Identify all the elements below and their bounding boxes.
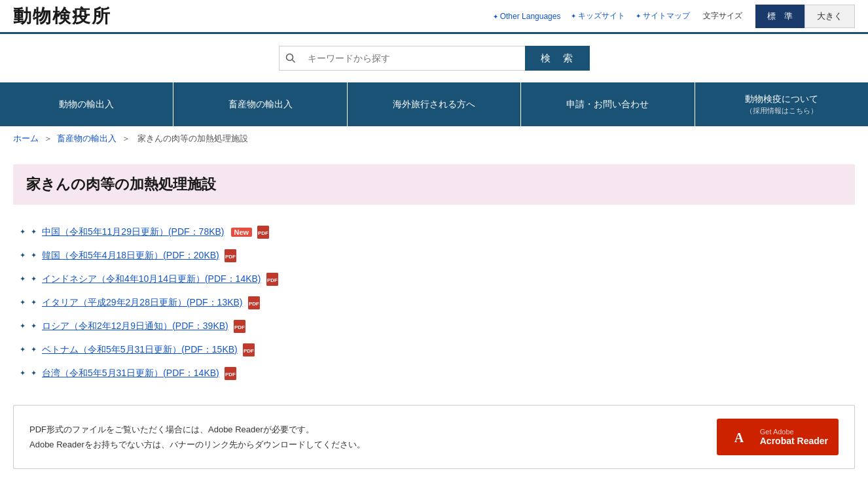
list-bullet: ✦ xyxy=(31,322,37,330)
doc-list-item-1: ✦韓国（令和5年4月18日更新）(PDF：20KB)PDF xyxy=(20,244,855,268)
doc-list-item-3: ✦イタリア（平成29年2月28日更新）(PDF：13KB)PDF xyxy=(20,291,855,315)
list-bullet: ✦ xyxy=(31,275,37,283)
doc-list-item-4: ✦ロシア（令和2年12月9日通知）(PDF：39KB)PDF xyxy=(20,315,855,338)
page-content: 家きんの肉等の加熱処理施設 ✦中国（令和5年11月29日更新）(PDF：78KB… xyxy=(0,151,868,486)
search-bar: 検 索 xyxy=(0,34,868,82)
font-standard-button[interactable]: 標 準 xyxy=(755,5,805,28)
search-input[interactable] xyxy=(302,46,525,71)
list-bullet: ✦ xyxy=(31,298,37,307)
adobe-icon: A xyxy=(727,425,751,449)
page-title: 家きんの肉等の加熱処理施設 xyxy=(26,175,842,194)
header-links: Other Languagesキッズサイトサイトマップ xyxy=(493,10,690,22)
breadcrumb-separator-0: ＞ xyxy=(41,133,54,143)
nav-item-0[interactable]: 動物の輸出入 xyxy=(0,82,173,126)
nav-label-0: 動物の輸出入 xyxy=(59,98,114,111)
svg-text:PDF: PDF xyxy=(225,254,236,260)
list-bullet: ✦ xyxy=(31,251,37,260)
adobe-name-label: Acrobat Reader xyxy=(760,436,828,446)
nav-label-4: 動物検疫について xyxy=(745,93,818,106)
breadcrumb-current: 家きんの肉等の加熱処理施設 xyxy=(137,133,248,143)
pdf-icon-4: PDF xyxy=(234,320,245,333)
breadcrumb-item-0[interactable]: ホーム xyxy=(13,133,39,143)
nav-label-2: 海外旅行される方へ xyxy=(393,98,475,111)
nav-item-1[interactable]: 畜産物の輸出入 xyxy=(173,82,347,126)
font-large-button[interactable]: 大きく xyxy=(805,5,855,28)
svg-text:PDF: PDF xyxy=(225,372,236,377)
header-link-キッズサイト[interactable]: キッズサイト xyxy=(571,10,625,22)
list-bullet: ✦ xyxy=(31,228,37,236)
adobe-description: PDF形式のファイルをご覧いただく場合には、Adobe Readerが必要です。… xyxy=(29,422,365,453)
header-link-サイトマップ[interactable]: サイトマップ xyxy=(636,10,690,22)
doc-list-item-0: ✦中国（令和5年11月29日更新）(PDF：78KB)NewPDF xyxy=(20,220,855,244)
pdf-icon-1: PDF xyxy=(225,249,236,262)
pdf-icon-3: PDF xyxy=(248,296,260,309)
svg-point-0 xyxy=(287,54,293,61)
font-size-buttons: 標 準 大きく xyxy=(755,5,855,28)
adobe-banner-link[interactable]: A Get Adobe Acrobat Reader xyxy=(717,419,839,455)
doc-link-2[interactable]: インドネシア（令和4年10月14日更新）(PDF：14KB) xyxy=(42,273,261,285)
svg-text:PDF: PDF xyxy=(244,348,254,354)
search-button[interactable]: 検 索 xyxy=(525,46,590,71)
doc-link-0[interactable]: 中国（令和5年11月29日更新）(PDF：78KB) xyxy=(42,226,225,238)
nav-item-3[interactable]: 申請・お問い合わせ xyxy=(521,82,695,126)
svg-text:PDF: PDF xyxy=(267,277,278,283)
pdf-icon-0: PDF xyxy=(257,226,269,239)
svg-line-1 xyxy=(293,60,295,63)
search-icon xyxy=(285,53,296,63)
doc-link-5[interactable]: ベトナム（令和5年5月31日更新）(PDF：15KB) xyxy=(42,344,238,356)
svg-text:PDF: PDF xyxy=(249,301,259,307)
header-right: Other Languagesキッズサイトサイトマップ 文字サイズ 標 準 大き… xyxy=(493,5,855,28)
adobe-get-label: Get Adobe xyxy=(760,428,828,436)
adobe-banner-text: Get Adobe Acrobat Reader xyxy=(760,428,828,446)
breadcrumb-item-1[interactable]: 畜産物の輸出入 xyxy=(57,133,117,143)
page-title-box: 家きんの肉等の加熱処理施設 xyxy=(13,164,855,205)
list-bullet: ✦ xyxy=(31,369,37,377)
document-list: ✦中国（令和5年11月29日更新）(PDF：78KB)NewPDF✦韓国（令和5… xyxy=(13,220,855,385)
adobe-icon-wrap: A xyxy=(727,425,751,449)
site-title: 動物検疫所 xyxy=(13,4,111,29)
doc-link-4[interactable]: ロシア（令和2年12月9日通知）(PDF：39KB) xyxy=(42,321,228,332)
adobe-section: PDF形式のファイルをご覧いただく場合には、Adobe Readerが必要です。… xyxy=(13,405,855,469)
font-size-label: 文字サイズ xyxy=(703,10,742,22)
doc-link-3[interactable]: イタリア（平成29年2月28日更新）(PDF：13KB) xyxy=(42,297,243,309)
breadcrumb: ホーム ＞ 畜産物の輸出入 ＞ 家きんの肉等の加熱処理施設 xyxy=(0,126,868,151)
list-bullet: ✦ xyxy=(31,345,37,354)
doc-list-item-6: ✦台湾（令和5年5月31日更新）(PDF：14KB)PDF xyxy=(20,362,855,385)
nav-sub-4: （採用情報はこちら） xyxy=(746,106,818,116)
main-nav: 動物の輸出入畜産物の輸出入海外旅行される方へ申請・お問い合わせ動物検疫について（… xyxy=(0,82,868,126)
new-badge-0: New xyxy=(231,228,253,237)
pdf-icon-5: PDF xyxy=(243,343,255,356)
svg-text:PDF: PDF xyxy=(258,230,268,236)
svg-text:A: A xyxy=(734,430,744,445)
doc-list-item-2: ✦インドネシア（令和4年10月14日更新）(PDF：14KB)PDF xyxy=(20,268,855,291)
header-link-OtherLanguages[interactable]: Other Languages xyxy=(493,12,561,21)
pdf-icon-2: PDF xyxy=(266,273,278,286)
svg-text:PDF: PDF xyxy=(234,324,245,330)
adobe-line1: PDF形式のファイルをご覧いただく場合には、Adobe Readerが必要です。 xyxy=(29,422,365,437)
breadcrumb-separator-1: ＞ xyxy=(119,133,132,143)
adobe-line2: Adobe Readerをお持ちでない方は、バナーのリンク先からダウンロードして… xyxy=(29,437,365,452)
pdf-icon-6: PDF xyxy=(225,367,236,380)
search-icon-wrap xyxy=(279,46,302,71)
doc-link-6[interactable]: 台湾（令和5年5月31日更新）(PDF：14KB) xyxy=(42,368,219,379)
header: 動物検疫所 Other Languagesキッズサイトサイトマップ 文字サイズ … xyxy=(0,0,868,34)
nav-item-2[interactable]: 海外旅行される方へ xyxy=(348,82,521,126)
nav-label-1: 畜産物の輸出入 xyxy=(228,98,293,111)
nav-item-4[interactable]: 動物検疫について（採用情報はこちら） xyxy=(695,82,868,126)
doc-list-item-5: ✦ベトナム（令和5年5月31日更新）(PDF：15KB)PDF xyxy=(20,338,855,362)
nav-label-3: 申請・お問い合わせ xyxy=(566,98,649,111)
doc-link-1[interactable]: 韓国（令和5年4月18日更新）(PDF：20KB) xyxy=(42,250,219,262)
